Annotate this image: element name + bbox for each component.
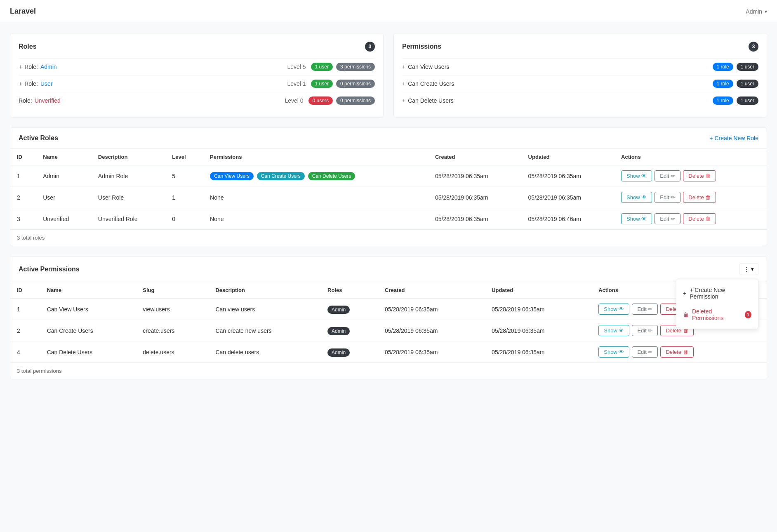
perm-row-name: Can View Users (40, 299, 137, 320)
role-user-meta: Level 1 1 user 0 permissions (287, 80, 375, 88)
show-button[interactable]: Show 👁 (621, 170, 652, 181)
role-unverified-label: Role: Unverified (19, 97, 61, 104)
perm-badge-view: Can View Users (210, 172, 254, 180)
permissions-card-title: Permissions (402, 43, 441, 50)
create-new-permission-item[interactable]: + + Create New Permission (676, 282, 758, 304)
edit-button[interactable]: Edit ✏ (632, 304, 658, 315)
role-row-id: 2 (10, 187, 36, 208)
table-row: 2 Can Create Users create.users Can crea… (10, 320, 767, 341)
role-row-created: 05/28/2019 06:35am (429, 165, 522, 187)
perm-row-slug: create.users (136, 320, 209, 341)
edit-button[interactable]: Edit ✏ (655, 192, 680, 203)
delete-button[interactable]: Delete 🗑 (660, 346, 693, 358)
role-row-updated: 05/28/2019 06:35am (522, 165, 615, 187)
role-admin-meta: Level 5 1 user 3 permissions (287, 63, 375, 71)
admin-menu[interactable]: Admin ▾ (746, 8, 767, 15)
perm-row-roles: Admin (321, 341, 378, 363)
permissions-dropdown-menu: + + Create New Permission 🗑 Deleted Perm… (676, 279, 758, 329)
perm-create-roles-badge: 1 role (713, 80, 733, 88)
col-actions: Actions (615, 149, 767, 165)
actions-cell: Show 👁 Edit ✏ Delete 🗑 (598, 346, 760, 358)
role-row-id: 1 (10, 165, 36, 187)
perm-delete-label: + Can Delete Users (402, 97, 454, 104)
role-row-level: 5 (165, 165, 203, 187)
role-row-perms: Can View Users Can Create Users Can Dele… (203, 165, 429, 187)
delete-button[interactable]: Delete 🗑 (683, 213, 716, 224)
role-unverified-link[interactable]: Unverified (35, 97, 61, 104)
perm-delete-name: Can Delete Users (408, 97, 454, 104)
role-row-name: Unverified (36, 208, 92, 230)
perm-row-id: 1 (10, 299, 40, 320)
show-button[interactable]: Show 👁 (621, 192, 652, 203)
col-id: ID (10, 149, 36, 165)
show-button[interactable]: Show 👁 (598, 346, 629, 358)
roles-card: Roles 3 + Role: Admin Level 5 1 user 3 p… (10, 33, 384, 118)
role-admin-link[interactable]: Admin (40, 64, 57, 70)
edit-button[interactable]: Edit ✏ (632, 325, 658, 336)
kebab-menu-button[interactable]: ⋮ ▾ (739, 263, 758, 275)
role-row-level: 0 (165, 208, 203, 230)
roles-card-header: Roles 3 (19, 42, 375, 52)
perm-delete-users-badge: 1 user (737, 97, 758, 105)
role-unverified-users-badge: 0 users (308, 97, 333, 105)
role-user-text: Role: (24, 80, 38, 87)
perm-row-name: Can Create Users (40, 320, 137, 341)
col-description: Description (209, 282, 321, 299)
active-permissions-table: ID Name Slug Description Roles Created U… (10, 282, 767, 363)
perm-row-updated: 05/28/2019 06:35am (485, 299, 592, 320)
role-row-perms: None (203, 208, 429, 230)
role-unverified-meta: Level 0 0 users 0 permissions (285, 97, 375, 105)
create-new-role-link[interactable]: + Create New Role (709, 135, 758, 141)
table-row: 4 Can Delete Users delete.users Can dele… (10, 341, 767, 363)
edit-button[interactable]: Edit ✏ (655, 170, 680, 181)
perm-delete-roles-badge: 1 role (713, 97, 733, 105)
role-user-users-badge: 1 user (311, 80, 333, 88)
delete-button[interactable]: Delete 🗑 (683, 192, 716, 203)
perm-row-actions: Show 👁 Edit ✏ Delete 🗑 (592, 341, 767, 363)
navbar: Laravel Admin ▾ (0, 0, 777, 23)
role-row-desc: User Role (92, 187, 166, 208)
role-row-created: 05/28/2019 06:35am (429, 187, 522, 208)
perm-create-meta: 1 role 1 user (713, 80, 758, 88)
perm-row-desc: Can create new users (209, 320, 321, 341)
role-row-desc: Admin Role (92, 165, 166, 187)
perm-view-users-badge: 1 user (737, 63, 758, 71)
role-admin-users-badge: 1 user (311, 63, 333, 71)
roles-total: 3 total roles (10, 229, 767, 246)
show-button[interactable]: Show 👁 (598, 304, 629, 315)
deleted-permissions-item[interactable]: 🗑 Deleted Permissions 1 (676, 304, 758, 325)
role-user-perms-badge: 0 permissions (336, 80, 375, 88)
active-roles-table: ID Name Description Level Permissions Cr… (10, 149, 767, 229)
col-permissions: Permissions (203, 149, 429, 165)
perm-view-item: + Can View Users 1 role 1 user (402, 58, 758, 75)
role-user-link[interactable]: User (40, 80, 53, 87)
col-name: Name (36, 149, 92, 165)
dots-vertical-icon: ⋮ (744, 266, 749, 272)
col-roles: Roles (321, 282, 378, 299)
perm-row-created: 05/28/2019 06:35am (378, 341, 485, 363)
plus-icon: + (683, 290, 686, 297)
col-updated: Updated (485, 282, 592, 299)
role-row-updated: 05/28/2019 06:35am (522, 187, 615, 208)
role-unverified-level: Level 0 (285, 97, 303, 104)
role-admin-perms-badge: 3 permissions (336, 63, 375, 71)
role-user-plus: + (19, 80, 22, 87)
role-unverified-perms-badge: 0 permissions (336, 97, 375, 105)
perm-view-label: + Can View Users (402, 64, 449, 70)
delete-button[interactable]: Delete 🗑 (683, 170, 716, 181)
active-roles-panel: Active Roles + Create New Role ID Name D… (10, 127, 767, 246)
perm-row-roles: Admin (321, 320, 378, 341)
show-button[interactable]: Show 👁 (621, 213, 652, 224)
show-button[interactable]: Show 👁 (598, 325, 629, 336)
perm-row-slug: delete.users (136, 341, 209, 363)
perm-badge-create: Can Create Users (257, 172, 305, 180)
role-admin-level: Level 5 (287, 64, 306, 70)
role-user-label: + Role: User (19, 80, 52, 87)
actions-cell: Show 👁 Edit ✏ Delete 🗑 (621, 192, 760, 203)
trash-icon: 🗑 (683, 311, 689, 318)
cards-row: Roles 3 + Role: Admin Level 5 1 user 3 p… (10, 33, 767, 118)
edit-button[interactable]: Edit ✏ (632, 346, 658, 358)
edit-button[interactable]: Edit ✏ (655, 213, 680, 224)
perm-delete-plus: + (402, 97, 405, 104)
actions-cell: Show 👁 Edit ✏ Delete 🗑 (621, 213, 760, 224)
